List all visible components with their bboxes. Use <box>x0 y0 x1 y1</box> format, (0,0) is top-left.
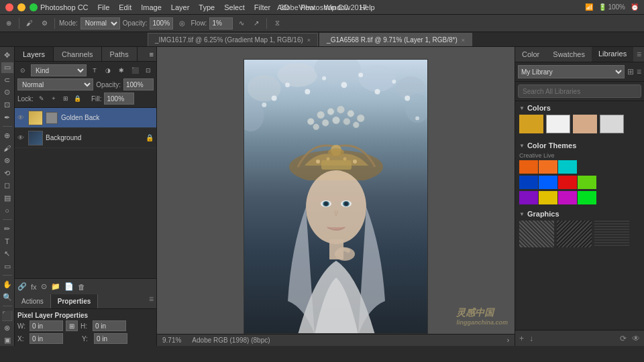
move-tool[interactable]: ✥ <box>1 50 13 61</box>
gfx-swatch-2[interactable] <box>557 221 592 247</box>
minimize-button[interactable] <box>17 3 25 11</box>
text-tool[interactable]: T <box>1 236 13 247</box>
filter-more-icon[interactable]: ⊡ <box>143 65 154 76</box>
lock-all-icon[interactable]: 🔒 <box>72 93 83 104</box>
kind-select[interactable]: Kind <box>31 64 87 76</box>
new-group-icon[interactable]: 📁 <box>51 282 60 291</box>
tc-yellow[interactable] <box>539 191 557 204</box>
new-layer-icon[interactable]: 📄 <box>64 282 74 291</box>
tc-dkblue[interactable] <box>519 176 538 189</box>
menu-image[interactable]: Image <box>141 3 162 11</box>
search-input[interactable] <box>518 84 641 98</box>
tc-teal[interactable] <box>558 160 577 174</box>
tab-color[interactable]: Color <box>515 47 546 62</box>
healing-tool[interactable]: ⊕ <box>1 130 13 141</box>
tab-libraries[interactable]: Libraries <box>592 47 633 62</box>
smoothing-icon[interactable]: ∿ <box>235 17 248 29</box>
symmetry-icon[interactable]: ⧖ <box>271 17 283 29</box>
mode-select[interactable]: Normal <box>80 17 120 29</box>
filter-smart-icon[interactable]: ✱ <box>116 65 127 76</box>
library-grid-icon[interactable]: ⊞ <box>627 67 634 76</box>
menu-help[interactable]: Help <box>360 3 375 11</box>
tc-orange1[interactable] <box>519 160 538 174</box>
layer-visibility-golden[interactable]: 👁 <box>17 114 25 121</box>
gradient-tool[interactable]: ▤ <box>1 192 13 204</box>
filter-icon[interactable]: T <box>89 65 100 76</box>
quick-mask[interactable]: ⊗ <box>1 322 13 334</box>
menu-layer[interactable]: Layer <box>171 3 190 11</box>
tab-g1a6568[interactable]: _G1A6568 R.tif @ 9.71% (Layer 1, RGB/8*)… <box>319 33 472 46</box>
crop-tool[interactable]: ⊡ <box>1 99 13 111</box>
menu-3d[interactable]: 3D <box>280 3 289 11</box>
eyedropper-tool[interactable]: ✒ <box>1 112 13 123</box>
tc-green[interactable] <box>578 176 596 189</box>
tc-purple[interactable] <box>519 191 538 204</box>
tab-actions[interactable]: Actions <box>15 294 51 308</box>
gfx-swatch-1[interactable] <box>519 221 554 247</box>
menu-type[interactable]: Type <box>199 3 215 11</box>
tc-lime[interactable] <box>578 191 596 204</box>
menu-file[interactable]: File <box>98 3 110 11</box>
history-tool[interactable]: ⟲ <box>1 168 13 179</box>
hand-tool[interactable]: ✋ <box>1 279 13 290</box>
colors-section-header[interactable]: ▼ Colors <box>519 104 640 112</box>
library-select[interactable]: My Library <box>518 65 625 78</box>
sync-icon[interactable]: ⟳ <box>620 334 627 343</box>
add-style-icon[interactable]: fx <box>31 283 37 291</box>
marquee-tool[interactable]: ▭ <box>1 62 13 74</box>
link-layers-icon[interactable]: 🔗 <box>17 282 27 291</box>
tab1-close[interactable]: × <box>307 37 311 44</box>
brush-preset-icon[interactable]: 🖌 <box>23 17 36 29</box>
swatch-white[interactable] <box>546 115 570 133</box>
lock-pixel-icon[interactable]: ✎ <box>36 93 47 104</box>
blend-mode-select[interactable]: Normal <box>17 78 93 90</box>
fill-input[interactable] <box>104 93 134 105</box>
tab-paths[interactable]: Paths <box>102 47 138 61</box>
menu-window[interactable]: Window <box>324 3 350 11</box>
add-mask-icon[interactable]: ⊙ <box>41 282 47 291</box>
delete-layer-icon[interactable]: 🗑 <box>78 283 85 291</box>
gfx-swatch-3[interactable] <box>594 221 629 247</box>
close-button[interactable] <box>5 3 13 11</box>
pen-tool[interactable]: ✏ <box>1 223 13 235</box>
filter-color-icon[interactable]: ⬛ <box>129 65 140 76</box>
tc-magenta[interactable] <box>558 191 577 204</box>
props-menu[interactable]: ≡ <box>149 294 156 308</box>
angle-icon[interactable]: ↗ <box>250 17 262 29</box>
zoom-tool[interactable]: 🔍 <box>1 292 13 303</box>
tc-red[interactable] <box>558 176 577 189</box>
layer-visibility-bg[interactable]: 👁 <box>17 134 25 141</box>
library-list-icon[interactable]: ≡ <box>637 67 641 76</box>
filter-adj-icon[interactable]: ◑ <box>103 65 113 76</box>
shape-tool[interactable]: ▭ <box>1 261 13 272</box>
layer-item-golden[interactable]: 👁 <box>15 108 156 128</box>
foreground-color[interactable]: ⬛ <box>1 310 13 321</box>
link-wh-button[interactable]: ⊞ <box>66 320 78 331</box>
tc-orange2[interactable] <box>539 160 557 174</box>
tab-properties[interactable]: Properties <box>51 294 98 308</box>
tab-img1617[interactable]: _IMG1617.tif @ 6.25% (Gradient Map 1, RG… <box>148 33 318 46</box>
maximize-button[interactable] <box>30 3 38 11</box>
dodge-tool[interactable]: ○ <box>1 205 13 217</box>
y-input[interactable] <box>94 333 127 344</box>
brush-tool[interactable]: 🖌 <box>1 143 13 154</box>
layers-panel-menu[interactable]: ≡ <box>150 47 156 61</box>
h-input[interactable] <box>93 320 126 331</box>
download-icon[interactable]: ↓ <box>529 334 533 343</box>
opacity-input[interactable] <box>123 78 154 90</box>
menu-photoshop[interactable]: Photoshop CC <box>40 3 89 11</box>
lock-pos-icon[interactable]: + <box>48 93 59 104</box>
menu-filter[interactable]: Filter <box>254 3 270 11</box>
right-panel-menu[interactable]: ≡ <box>637 47 644 62</box>
swatch-gold[interactable] <box>519 115 543 133</box>
lasso-tool[interactable]: ⊂ <box>1 74 13 86</box>
layer-name-input[interactable] <box>60 113 121 122</box>
quick-select-tool[interactable]: ⊙ <box>1 87 13 99</box>
eye-icon[interactable]: 👁 <box>632 334 640 343</box>
menu-edit[interactable]: Edit <box>119 3 131 11</box>
x-input[interactable] <box>30 333 63 344</box>
lock-art-icon[interactable]: ⊞ <box>60 93 71 104</box>
tab2-close[interactable]: × <box>462 37 465 44</box>
opacity-input[interactable] <box>150 17 173 29</box>
path-select-tool[interactable]: ↖ <box>1 248 13 259</box>
